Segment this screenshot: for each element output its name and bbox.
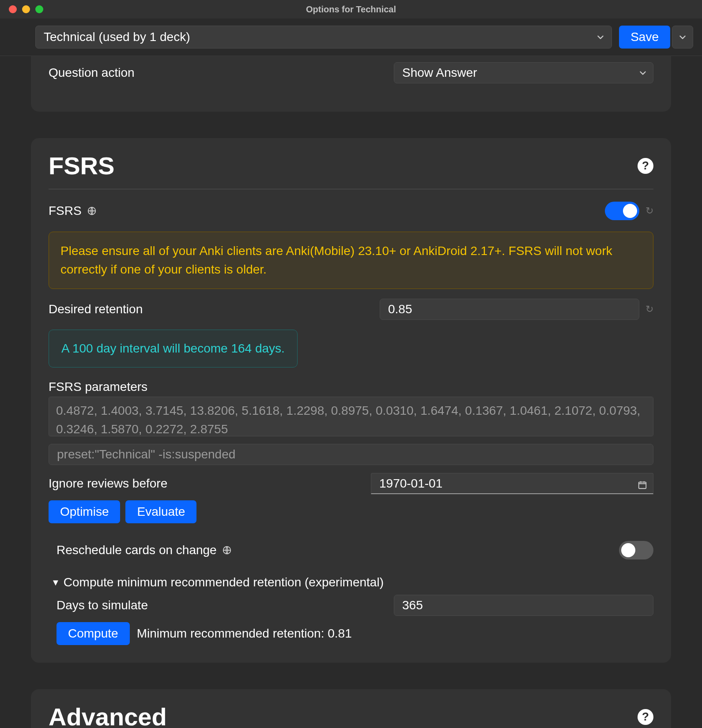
window-controls <box>0 5 43 13</box>
save-dropdown-button[interactable] <box>672 26 693 49</box>
content: Question action Show Answer FSRS ? FSRS <box>0 56 702 728</box>
close-icon[interactable] <box>9 5 17 13</box>
question-action-value: Show Answer <box>402 66 477 80</box>
previous-section-tail: Question action Show Answer <box>31 56 671 112</box>
fsrs-warning: Please ensure all of your Anki clients a… <box>49 232 653 289</box>
toolbar: Technical (used by 1 deck) Save <box>0 19 702 56</box>
parameters-label: FSRS parameters <box>49 380 653 394</box>
question-action-label: Question action <box>49 66 385 80</box>
toggle-knob <box>623 204 637 218</box>
fsrs-section: FSRS ? FSRS ↻ Please ensure all of your … <box>31 138 671 663</box>
optimise-button[interactable]: Optimise <box>49 500 120 523</box>
reschedule-toggle[interactable] <box>619 541 653 559</box>
window-title: Options for Technical <box>0 4 702 15</box>
days-label: Days to simulate <box>57 598 394 612</box>
globe-icon <box>222 545 232 555</box>
compute-button[interactable]: Compute <box>57 622 130 645</box>
evaluate-button[interactable]: Evaluate <box>125 500 196 523</box>
chevron-down-icon <box>596 33 604 41</box>
minimize-icon[interactable] <box>22 5 30 13</box>
min-retention-text: Minimum recommended retention: 0.81 <box>137 627 352 641</box>
globe-icon <box>87 206 97 216</box>
question-action-select[interactable]: Show Answer <box>394 62 653 83</box>
help-icon[interactable]: ? <box>638 709 653 725</box>
search-filter-input[interactable] <box>49 444 653 465</box>
desired-retention-label: Desired retention <box>49 302 380 316</box>
desired-retention-input[interactable] <box>380 299 639 320</box>
fsrs-toggle[interactable] <box>605 202 639 220</box>
calendar-icon[interactable] <box>638 479 647 488</box>
reset-icon[interactable]: ↻ <box>645 304 653 315</box>
preset-select[interactable]: Technical (used by 1 deck) <box>35 26 612 49</box>
help-icon[interactable]: ? <box>638 158 653 174</box>
maximize-icon[interactable] <box>35 5 43 13</box>
reschedule-label: Reschedule cards on change <box>57 543 217 557</box>
section-title: Advanced <box>49 702 167 728</box>
compute-header: Compute minimum recommended retention (e… <box>64 575 384 589</box>
save-button[interactable]: Save <box>619 26 670 49</box>
titlebar: Options for Technical <box>0 0 702 19</box>
advanced-section: Advanced ? <box>31 689 671 728</box>
preset-value: Technical (used by 1 deck) <box>44 30 190 44</box>
section-title: FSRS <box>49 151 114 180</box>
ignore-before-input[interactable] <box>371 473 653 494</box>
save-group: Save <box>619 26 693 49</box>
chevron-down-icon <box>639 69 647 77</box>
reset-icon[interactable]: ↻ <box>645 205 653 217</box>
ignore-before-label: Ignore reviews before <box>49 477 362 491</box>
days-input[interactable] <box>394 595 653 616</box>
disclosure-triangle-icon: ▼ <box>51 578 60 588</box>
fsrs-toggle-label: FSRS <box>49 204 82 218</box>
toggle-knob <box>621 543 635 557</box>
svg-rect-1 <box>639 482 646 489</box>
interval-info: A 100 day interval will become 164 days. <box>49 330 298 368</box>
parameters-input[interactable] <box>49 397 653 436</box>
compute-disclosure[interactable]: ▼ Compute minimum recommended retention … <box>49 575 653 589</box>
